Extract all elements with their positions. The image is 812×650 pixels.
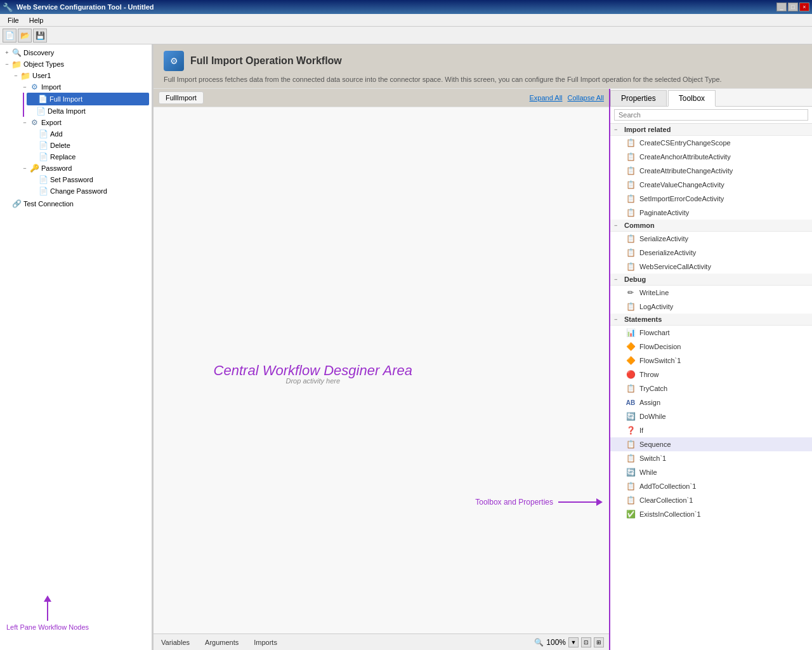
close-button[interactable]: ×	[799, 3, 809, 11]
object-types-expander[interactable]: −	[3, 60, 11, 69]
common-label: Common	[624, 222, 655, 229]
tree-node-delete[interactable]: 📄 Delete	[29, 140, 149, 151]
zoom-fit-button[interactable]: ⊞	[594, 637, 604, 647]
arguments-tab[interactable]: Arguments	[202, 637, 241, 647]
imports-tab[interactable]: Imports	[251, 637, 280, 647]
toolbox-item-if[interactable]: ❓ If	[610, 423, 812, 437]
discovery-expander[interactable]: +	[3, 48, 11, 57]
log-activity-label: LogActivity	[639, 303, 673, 310]
toolbox-item-create-anchor[interactable]: 📋 CreateAnchorAttributeActivity	[610, 150, 812, 164]
export-expander[interactable]: −	[20, 118, 29, 127]
assign-label: Assign	[639, 399, 660, 406]
password-children: 📄 Set Password 📄 Change Password	[20, 174, 149, 197]
object-types-label: Object Types	[23, 60, 64, 68]
variables-tab[interactable]: Variables	[159, 637, 192, 647]
tree-node-change-password[interactable]: 📄 Change Password	[29, 185, 149, 197]
web-service-icon: 📋	[625, 262, 636, 272]
workflow-toolbar: FullImport Expand All Collapse All	[154, 89, 609, 107]
toolbox-search-area	[610, 107, 812, 124]
tree-node-password[interactable]: − 🔑 Password	[20, 162, 149, 174]
toolbox-item-writeline[interactable]: ✏ WriteLine	[610, 286, 812, 300]
designer-area[interactable]: Central Workflow Desginer Area Drop acti…	[154, 107, 609, 633]
create-cs-icon: 📋	[625, 138, 636, 148]
test-connection-label: Test Connection	[23, 200, 74, 208]
tree-node-set-password[interactable]: 📄 Set Password	[29, 174, 149, 185]
toolbox-item-flow-decision[interactable]: 🔶 FlowDecision	[610, 340, 812, 354]
search-input[interactable]	[614, 109, 808, 121]
object-types-group: − 📁 Object Types − 📁 User1 −	[3, 58, 149, 197]
test-connection-expander	[3, 199, 11, 208]
toolbox-group-common[interactable]: − Common	[610, 220, 812, 232]
workflow-tab[interactable]: FullImport	[159, 91, 204, 104]
toolbox-item-set-import[interactable]: 📋 SetImportErrorCodeActivity	[610, 192, 812, 206]
toolbox-item-create-attr[interactable]: 📋 CreateAttributeChangeActivity	[610, 164, 812, 178]
common-items: 📋 SerializeActivity 📋 DeserializeActivit…	[610, 232, 812, 274]
toolbox-group-import-related[interactable]: − Import related	[610, 124, 812, 136]
toolbox-tab[interactable]: Toolbox	[668, 90, 716, 107]
fit-page-button[interactable]: ⊡	[581, 637, 591, 647]
arrow-shaft	[47, 602, 48, 621]
toolbox-item-trycatch[interactable]: 📋 TryCatch	[610, 381, 812, 395]
do-while-label: DoWhile	[639, 413, 666, 420]
toolbox-item-do-while[interactable]: 🔄 DoWhile	[610, 409, 812, 423]
tree-node-object-types[interactable]: − 📁 Object Types	[3, 58, 149, 70]
tree-node-replace[interactable]: 📄 Replace	[29, 151, 149, 162]
toolbox-item-web-service[interactable]: 📋 WebServiceCallActivity	[610, 260, 812, 274]
toolbox-item-log-activity[interactable]: 📋 LogActivity	[610, 300, 812, 314]
tree-node-delta-import[interactable]: 📄 Delta Import	[27, 105, 149, 117]
file-menu[interactable]: File	[3, 15, 24, 25]
arrow-right-line	[558, 501, 596, 503]
paginate-label: PaginateActivity	[639, 209, 689, 216]
password-expander[interactable]: −	[20, 164, 29, 173]
password-label: Password	[41, 164, 72, 172]
tree-node-user1[interactable]: − 📁 User1	[11, 70, 149, 81]
tree-node-add[interactable]: 📄 Add	[29, 128, 149, 140]
tree-node-discovery[interactable]: + 🔍 Discovery	[3, 47, 149, 58]
toolbox-item-clear-collection[interactable]: 📋 ClearCollection`1	[610, 493, 812, 507]
toolbox-item-flowchart[interactable]: 📊 Flowchart	[610, 326, 812, 340]
toolbox-group-debug[interactable]: − Debug	[610, 274, 812, 286]
toolbox-item-sequence[interactable]: 📋 Sequence	[610, 437, 812, 451]
toolbox-item-assign[interactable]: AB Assign	[610, 395, 812, 409]
toolbox-item-while[interactable]: 🔄 While	[610, 465, 812, 479]
main-content: + 🔍 Discovery − 📁 Object Types − 📁 User1	[0, 44, 812, 650]
create-cs-label: CreateCSEntryChangeScope	[639, 139, 731, 147]
user1-expander[interactable]: −	[11, 71, 20, 80]
import-expander[interactable]: −	[20, 83, 29, 91]
zoom-dropdown-button[interactable]: ▼	[568, 637, 579, 647]
tree-node-test-connection[interactable]: 🔗 Test Connection	[3, 198, 149, 209]
expand-all-action[interactable]: Expand All	[530, 94, 563, 102]
new-button[interactable]: 📄	[3, 29, 16, 43]
toolbox-item-create-value[interactable]: 📋 CreateValueChangeActivity	[610, 178, 812, 192]
tree-node-export[interactable]: − ⚙ Export	[20, 117, 149, 128]
toolbox-item-serialize[interactable]: 📋 SerializeActivity	[610, 232, 812, 246]
toolbox-item-exists-collection[interactable]: ✅ ExistsInCollection`1	[610, 507, 812, 521]
deserialize-icon: 📋	[625, 248, 636, 258]
help-menu[interactable]: Help	[24, 15, 49, 25]
toolbox-item-throw[interactable]: 🔴 Throw	[610, 368, 812, 381]
import-related-items: 📋 CreateCSEntryChangeScope 📋 CreateAncho…	[610, 136, 812, 220]
full-import-icon: 📄	[37, 94, 48, 104]
toolbox-item-switch[interactable]: 📋 Switch`1	[610, 451, 812, 465]
tree-node-full-import[interactable]: 📄 Full Import	[27, 93, 149, 105]
page-header: ⚙ Full Import Operation Workflow Full Im…	[154, 44, 812, 89]
collapse-all-action[interactable]: Collapse All	[568, 94, 604, 102]
toolbox-item-deserialize[interactable]: 📋 DeserializeActivity	[610, 246, 812, 260]
toolbox-item-add-collection[interactable]: 📋 AddToCollection`1	[610, 479, 812, 493]
properties-tab[interactable]: Properties	[610, 90, 667, 106]
writeline-label: WriteLine	[639, 289, 669, 296]
toolbox-item-paginate[interactable]: 📋 PaginateActivity	[610, 206, 812, 220]
change-password-icon: 📄	[38, 186, 48, 196]
statements-expander-icon: −	[614, 316, 622, 322]
toolbox-group-statements[interactable]: − Statements	[610, 314, 812, 326]
open-button[interactable]: 📂	[18, 29, 32, 43]
restore-button[interactable]: □	[788, 3, 798, 11]
tree-node-import[interactable]: − ⚙ Import	[20, 81, 149, 93]
minimize-button[interactable]: _	[776, 3, 787, 11]
save-button[interactable]: 💾	[33, 29, 47, 43]
import-label: Import	[41, 83, 61, 91]
serialize-icon: 📋	[625, 234, 636, 244]
toolbox-item-flow-switch[interactable]: 🔶 FlowSwitch`1	[610, 354, 812, 368]
toolbox-item-create-cs[interactable]: 📋 CreateCSEntryChangeScope	[610, 136, 812, 150]
page-description: Full Import process fetches data from th…	[164, 75, 802, 84]
